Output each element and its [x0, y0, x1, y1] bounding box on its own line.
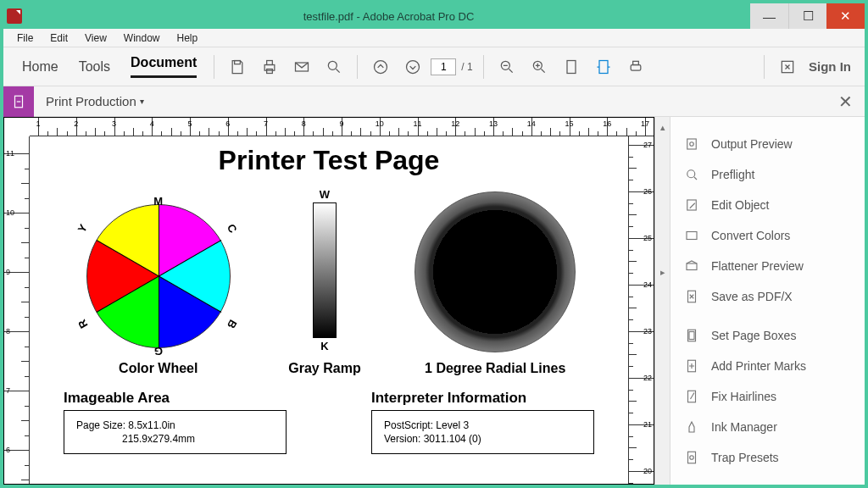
minimize-button[interactable]: —	[750, 3, 788, 29]
chevron-down-icon[interactable]: ▾	[140, 97, 144, 106]
menu-window[interactable]: Window	[124, 32, 160, 44]
tab-home[interactable]: Home	[22, 59, 58, 75]
svg-rect-12	[631, 64, 641, 70]
sidebar-item-add-printer-marks[interactable]: Add Printer Marks	[670, 351, 865, 381]
scroll-up-icon[interactable]: ▴	[660, 122, 665, 133]
sidebar-item-ink-manager[interactable]: Ink Manager	[670, 412, 865, 442]
main-toolbar: Home Tools Document / 1 Sign In	[3, 47, 865, 86]
gray-ramp: W K	[313, 188, 337, 352]
sidebar-item-output-preview[interactable]: Output Preview	[670, 129, 865, 159]
print-production-icon[interactable]	[627, 58, 644, 75]
page-number-input[interactable]	[431, 58, 456, 75]
sign-in-button[interactable]: Sign In	[809, 59, 851, 74]
window-title: testfile.pdf - Adobe Acrobat Pro DC	[27, 10, 750, 23]
svg-rect-3	[267, 69, 273, 73]
radial-label: 1 Degree Radial Lines	[425, 361, 565, 376]
svg-point-18	[687, 170, 695, 178]
sidebar-item-save-pdfx[interactable]: Save as PDF/X	[670, 281, 865, 312]
svg-rect-10	[567, 60, 576, 73]
sidebar-item-fix-hairlines[interactable]: Fix Hairlines	[670, 381, 865, 412]
search-icon[interactable]	[326, 58, 342, 75]
title-bar: testfile.pdf - Adobe Acrobat Pro DC — ☐ …	[3, 3, 865, 29]
color-wheel: M C B G R Y	[82, 200, 235, 352]
sidebar-item-preflight[interactable]: Preflight	[670, 159, 865, 190]
svg-rect-2	[267, 60, 273, 64]
document-viewport[interactable]: 1234567891011121314151617 11109876 27262…	[3, 117, 654, 485]
scroll-handle-icon[interactable]: ▸	[660, 267, 665, 278]
svg-rect-0	[235, 60, 241, 64]
subbar-label[interactable]: Print Production	[46, 94, 136, 108]
tool-subbar: Print Production ▾ ✕	[3, 86, 865, 117]
svg-rect-13	[632, 61, 638, 64]
pdf-icon	[7, 8, 22, 24]
imageable-box: Page Size: 8.5x11.0in 215.9x279.4mm	[64, 410, 287, 454]
print-icon[interactable]	[261, 58, 278, 75]
fit-width-icon[interactable]	[595, 58, 612, 75]
close-button[interactable]: ✕	[826, 3, 865, 29]
menu-view[interactable]: View	[85, 32, 107, 44]
maximize-button[interactable]: ☐	[788, 3, 826, 29]
panel-toggle-icon[interactable]	[779, 58, 796, 75]
tab-document[interactable]: Document	[131, 55, 197, 78]
scrollbar-vertical[interactable]: ▴ ▸	[654, 117, 670, 485]
zoom-out-icon[interactable]	[498, 58, 515, 75]
svg-rect-11	[599, 60, 608, 73]
menu-file[interactable]: File	[17, 32, 33, 44]
svg-point-5	[329, 61, 337, 69]
sidebar-item-flattener-preview[interactable]: Flattener Preview	[670, 251, 865, 281]
menu-bar: File Edit View Window Help	[3, 29, 865, 47]
mail-icon[interactable]	[293, 58, 310, 75]
fit-page-icon[interactable]	[563, 58, 580, 75]
interp-box: PostScript: Level 3 Version: 3011.104 (0…	[371, 410, 594, 454]
ruler-vertical-right: 2726252423222120	[628, 136, 654, 484]
tab-tools[interactable]: Tools	[79, 59, 110, 75]
save-icon[interactable]	[229, 58, 246, 75]
svg-rect-20	[687, 232, 697, 240]
svg-rect-21	[687, 263, 697, 270]
ruler-horizontal: 1234567891011121314151617	[30, 118, 654, 136]
svg-rect-16	[687, 139, 697, 149]
svg-rect-24	[689, 332, 694, 340]
page-title: Printer Test Page	[30, 145, 628, 176]
page-down-icon[interactable]	[404, 58, 421, 75]
color-wheel-label: Color Wheel	[119, 361, 198, 376]
document-page: Printer Test Page M C B	[30, 136, 628, 484]
page-total: / 1	[461, 61, 472, 73]
sidebar-item-trap-presets[interactable]: Trap Presets	[670, 442, 865, 473]
menu-edit[interactable]: Edit	[50, 32, 68, 44]
radial-lines	[415, 191, 576, 352]
gray-ramp-label: Gray Ramp	[288, 361, 360, 376]
close-tool-icon[interactable]: ✕	[838, 92, 853, 112]
imageable-heading: Imageable Area	[64, 390, 287, 407]
zoom-in-icon[interactable]	[531, 58, 548, 75]
svg-point-7	[407, 60, 420, 73]
interp-heading: Interpreter Information	[371, 390, 594, 407]
print-production-badge-icon	[3, 86, 34, 117]
sidebar-item-convert-colors[interactable]: Convert Colors	[670, 220, 865, 251]
ruler-vertical-left: 11109876	[4, 136, 30, 484]
page-up-icon[interactable]	[372, 58, 389, 75]
svg-point-28	[690, 456, 694, 460]
svg-point-6	[375, 60, 387, 73]
svg-rect-27	[688, 452, 696, 463]
svg-point-17	[690, 142, 694, 147]
tools-sidebar: Output Preview Preflight Edit Object Con…	[670, 117, 865, 485]
sidebar-item-set-page-boxes[interactable]: Set Page Boxes	[670, 320, 865, 351]
menu-help[interactable]: Help	[177, 32, 198, 44]
sidebar-item-edit-object[interactable]: Edit Object	[670, 190, 865, 220]
svg-rect-1	[264, 64, 275, 70]
svg-rect-19	[687, 200, 697, 210]
